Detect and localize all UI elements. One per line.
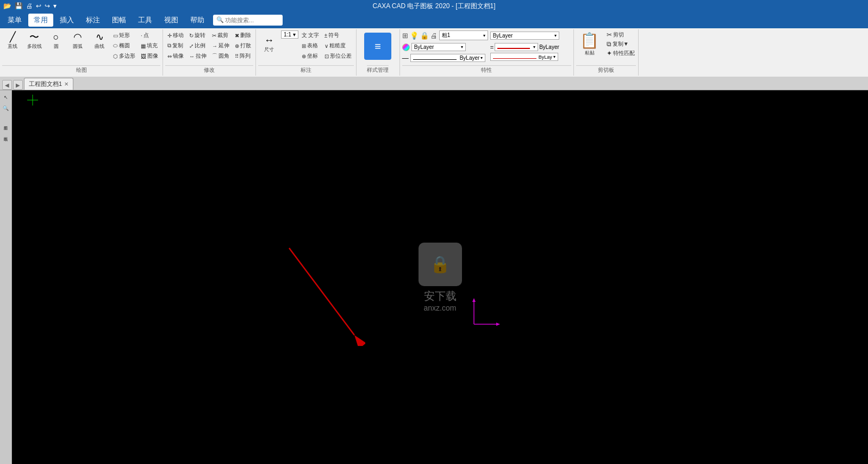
modify-explode-button[interactable]: ⊕打散 xyxy=(233,41,253,51)
form-tol-button[interactable]: ⊡形位公差 xyxy=(322,51,354,61)
search-box[interactable]: 🔍 xyxy=(213,15,283,26)
text-icon: 文 xyxy=(302,32,307,39)
layer-name-dropdown[interactable]: ByLayer ▾ xyxy=(490,32,559,40)
paste-button[interactable]: 📋 粘贴 xyxy=(576,30,603,58)
modify-group-label: 修改 xyxy=(165,65,253,75)
modify-mirror-button[interactable]: ⇔镜像 xyxy=(165,51,186,61)
roughness-button[interactable]: ∨粗糙度 xyxy=(322,41,354,51)
modify-col4: ✖删除 ⊕打散 ⠿阵列 xyxy=(233,30,253,61)
match-properties-button[interactable]: ✦ 特性匹配 xyxy=(605,49,636,58)
menu-bar: 菜单 常用 插入 标注 图幅 工具 视图 帮助 🔍 xyxy=(0,12,868,28)
sidebar-tool-blocks[interactable]: 图纸 xyxy=(1,129,11,139)
modify-rotate-button[interactable]: ↻旋转 xyxy=(187,30,209,40)
draw-line-button[interactable]: ╱ 直线 xyxy=(2,30,23,52)
redo-button[interactable]: ↪ xyxy=(43,2,51,10)
color-picker-icon[interactable] xyxy=(402,44,410,51)
style-management-button[interactable]: ≡ xyxy=(364,33,391,60)
copy-button[interactable]: ⧉ 复制▼ xyxy=(605,40,636,48)
draw-polyline-button[interactable]: 〜 多段线 xyxy=(24,30,45,52)
color-dropdown[interactable]: ByLayer ▾ xyxy=(411,43,466,51)
modify-delete-button[interactable]: ✖删除 xyxy=(233,30,253,40)
modify-trim-button[interactable]: ✂裁剪 xyxy=(210,30,232,40)
style-mgmt-content: ≡ xyxy=(364,30,391,64)
modify-array-button[interactable]: ⠿阵列 xyxy=(233,51,253,61)
modify-copy-btn[interactable]: ⧉复制 xyxy=(165,41,186,51)
rect-icon: ▭ xyxy=(113,33,118,39)
draw-spline-button[interactable]: ∿ 曲线 xyxy=(89,30,110,52)
ribbon-group-annotation: ↔ 尺寸 1:1 ▾ 文文字 ⊞表格 ⊕坐标 ±符号 ∨粗糙度 ⊡形位公差 标注 xyxy=(256,29,357,76)
search-input[interactable] xyxy=(225,17,279,23)
modify-fillet-button[interactable]: ⌒圆角 xyxy=(210,51,232,61)
delete-icon: ✖ xyxy=(235,33,239,39)
draw-rect-button[interactable]: ▭矩形 xyxy=(111,30,138,40)
sidebar-tool-zoom[interactable]: 🔍 xyxy=(1,103,11,113)
menu-item-insert[interactable]: 插入 xyxy=(54,14,79,27)
title-text: CAXA CAD 电子图板 2020 - [工程图文档1] xyxy=(372,2,495,11)
print-button[interactable]: 🖨 xyxy=(25,2,34,10)
table-button[interactable]: ⊞表格 xyxy=(299,41,321,51)
symbol-icon: ± xyxy=(324,33,328,39)
save-button[interactable]: 💾 xyxy=(14,2,24,10)
draw-circle-button[interactable]: ○ 圆 xyxy=(46,30,66,52)
document-tab-label: 工程图文档1 xyxy=(29,80,62,88)
layer-lock-icon: 🔒 xyxy=(420,32,429,40)
layer-dropdown[interactable]: 粗1 ▾ xyxy=(439,30,488,40)
layer-row: ⊞ 💡 🔒 🖨 粗1 ▾ xyxy=(402,30,488,40)
annotation-group-label: 标注 xyxy=(258,65,354,75)
modify-col3: ✂裁剪 →延伸 ⌒圆角 xyxy=(210,30,232,61)
symbol-button[interactable]: ±符号 xyxy=(322,30,354,40)
sidebar-tool-layers[interactable]: 图层 xyxy=(1,119,11,128)
modify-extend-button[interactable]: →延伸 xyxy=(210,41,232,51)
modify-move-button[interactable]: ✛移动 xyxy=(165,30,186,40)
spline-icon: ∿ xyxy=(96,32,104,42)
modify-stretch-button[interactable]: ↔拉伸 xyxy=(187,51,209,61)
document-tab-1[interactable]: 工程图文档1 ✕ xyxy=(24,78,73,90)
open-button[interactable]: 📂 xyxy=(2,2,13,10)
menu-item-view[interactable]: 视图 xyxy=(159,14,184,27)
modify-col2: ↻旋转 ⤢比例 ↔拉伸 xyxy=(187,30,209,61)
draw-point-button[interactable]: ·点 xyxy=(139,30,160,40)
menu-item-drawing[interactable]: 图幅 xyxy=(107,14,132,27)
draw-image-button[interactable]: 🖼图像 xyxy=(139,51,160,61)
text-button[interactable]: 文文字 xyxy=(299,30,321,40)
menu-item-tools[interactable]: 工具 xyxy=(133,14,158,27)
hatch-icon: ▦ xyxy=(141,43,146,49)
match-icon: ✦ xyxy=(607,50,612,57)
menu-item-annotate[interactable]: 标注 xyxy=(80,14,105,27)
scale-input[interactable]: 1:1 ▾ xyxy=(281,30,298,39)
undo-button[interactable]: ↩ xyxy=(35,2,42,10)
cut-button[interactable]: ✂ 剪切 xyxy=(605,30,636,39)
draw-polygon-button[interactable]: ⬡多边形 xyxy=(111,51,138,61)
mirror-icon: ⇔ xyxy=(167,53,172,59)
cut-icon: ✂ xyxy=(607,31,612,39)
linetype-dropdown[interactable]: ByLayer ▾ xyxy=(410,54,486,62)
linestyle-dropdown[interactable]: ByLay ▾ xyxy=(490,53,558,61)
draw-arc-button[interactable]: ◠ 圆弧 xyxy=(67,30,88,52)
line-label: 直线 xyxy=(8,43,17,50)
qa-more-button[interactable]: ▾ xyxy=(52,2,58,10)
layer-name-label: ByLayer xyxy=(493,33,513,39)
tab-close-button[interactable]: ✕ xyxy=(64,81,68,87)
modify-scale-button[interactable]: ⤢比例 xyxy=(187,41,209,51)
menu-item-help[interactable]: 帮助 xyxy=(185,14,210,27)
dim-button[interactable]: ↔ 尺寸 xyxy=(258,30,280,58)
lineweight-equals-icon: = xyxy=(490,44,494,51)
menu-item-file[interactable]: 菜单 xyxy=(2,14,27,27)
lineweight-dropdown[interactable]: ▾ xyxy=(495,43,538,51)
tab-nav-next[interactable]: ▶ xyxy=(13,80,23,90)
sidebar-tool-select[interactable]: ↖ xyxy=(1,92,11,102)
left-sidebar: ↖ 🔍 图层 图纸 xyxy=(0,90,12,464)
layer-name-col: ByLayer ▾ = ▾ ByLayer ByLay ▾ xyxy=(490,30,559,61)
trim-icon: ✂ xyxy=(212,33,216,39)
draw-hatch-button[interactable]: ▦填充 xyxy=(139,41,160,51)
tab-nav-prev[interactable]: ◀ xyxy=(2,80,12,90)
annotation-col2: ±符号 ∨粗糙度 ⊡形位公差 xyxy=(322,30,354,61)
style-mgmt-label: 样式管理 xyxy=(367,65,389,75)
menu-item-common[interactable]: 常用 xyxy=(28,14,53,27)
draw-ellipse-button[interactable]: ⬭椭圆 xyxy=(111,41,138,51)
copy-icon: ⧉ xyxy=(607,40,611,48)
match-label: 特性匹配 xyxy=(613,50,635,57)
coord-button[interactable]: ⊕坐标 xyxy=(299,51,321,61)
ribbon-group-properties: ⊞ 💡 🔒 🖨 粗1 ▾ ByLayer ▾ xyxy=(400,29,574,76)
canvas-area[interactable]: 🔒 安下载 anxz.com xyxy=(12,90,868,464)
